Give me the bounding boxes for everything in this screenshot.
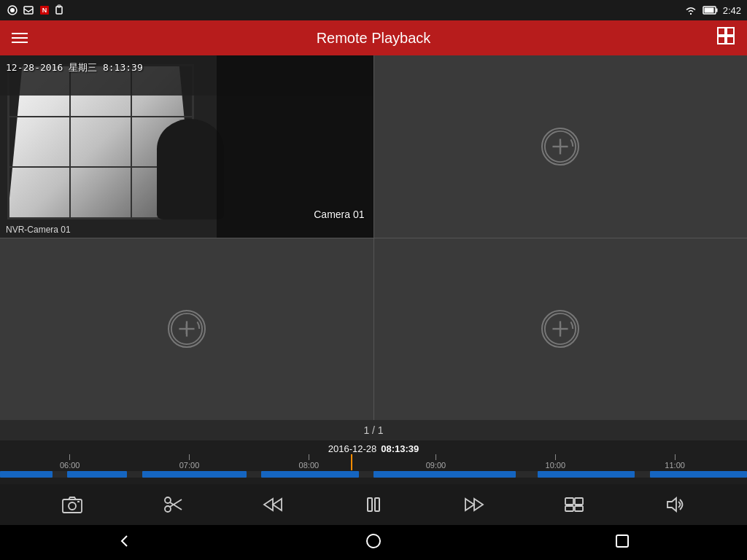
add-icon-3 (169, 311, 204, 347)
svg-point-26 (165, 506, 171, 512)
svg-marker-30 (264, 499, 273, 510)
svg-rect-9 (704, 8, 713, 13)
camera-icon (62, 496, 82, 513)
hamburger-line-1 (12, 33, 28, 34)
timeline-playhead (351, 454, 352, 470)
svg-rect-36 (565, 498, 573, 505)
svg-rect-11 (727, 28, 734, 35)
segment-4 (261, 471, 358, 478)
pagination-bar: 1 / 1 (0, 420, 747, 440)
scissors-icon (163, 496, 183, 513)
camera-timestamp: 12-28-2016 星期三 8:13:39 (6, 61, 143, 74)
segment-2 (67, 471, 127, 478)
status-icons-left: N (6, 4, 67, 17)
back-arrow-icon (117, 533, 133, 549)
timeline-date: 2016-12-28 (328, 443, 377, 454)
hamburger-line-3 (12, 42, 28, 43)
screenshot-button[interactable] (56, 490, 88, 519)
top-bar: Remote Playback (0, 20, 747, 55)
tick-0700: 07:00 (179, 454, 200, 470)
svg-rect-25 (77, 501, 80, 502)
add-channel-2[interactable] (541, 128, 579, 166)
svg-point-27 (165, 497, 171, 503)
svg-point-14 (545, 131, 576, 162)
rewind-icon (263, 496, 283, 513)
add-icon-4 (543, 311, 578, 347)
status-bar: N 2:42 (0, 0, 747, 20)
notif-icon-3: N (38, 4, 51, 17)
svg-point-1 (10, 8, 15, 12)
svg-marker-31 (273, 499, 282, 510)
video-cell-1[interactable]: 12-28-2016 星期三 8:13:39 Camera 01 NVR-Cam… (0, 55, 374, 238)
timeline-time: 08:13:39 (381, 443, 419, 454)
camera-label: Camera 01 (314, 209, 364, 220)
grid-layout-button[interactable] (716, 26, 735, 50)
svg-rect-33 (375, 498, 379, 511)
recents-button[interactable] (597, 527, 648, 559)
nav-bar (0, 525, 747, 560)
segment-1 (0, 471, 53, 478)
segment-3 (142, 471, 247, 478)
fastforward-button[interactable] (458, 490, 490, 519)
svg-rect-13 (727, 36, 734, 44)
tick-0600: 06:00 (60, 454, 80, 470)
timeline-ruler[interactable]: 06:00 07:00 08:00 09:00 10:00 11:00 (0, 454, 747, 470)
tick-1000: 10:00 (546, 454, 566, 470)
tick-0800: 08:00 (299, 454, 320, 470)
rewind-button[interactable] (257, 490, 289, 519)
add-channel-4[interactable] (541, 310, 579, 348)
segment-7 (650, 471, 747, 478)
add-channel-3[interactable] (168, 310, 206, 348)
back-button[interactable] (99, 527, 150, 559)
clock-time: 2:42 (723, 5, 741, 16)
clip-button[interactable] (157, 490, 189, 519)
volume-button[interactable] (659, 490, 691, 519)
figure-silhouette (157, 119, 224, 219)
playpause-button[interactable] (357, 490, 390, 519)
svg-rect-37 (575, 498, 583, 505)
notif-icon-2 (22, 4, 35, 17)
volume-icon (665, 496, 685, 513)
svg-point-41 (367, 534, 380, 548)
home-button[interactable] (348, 527, 399, 559)
thumbnail-icon (564, 496, 584, 513)
thumbnail-button[interactable] (558, 490, 590, 519)
svg-text:N: N (42, 7, 47, 14)
notif-icon-4 (54, 4, 67, 17)
wifi-signal-icon (684, 4, 698, 16)
fastforward-icon (464, 496, 484, 513)
camera-name-tag: NVR-Camera 01 (6, 225, 71, 235)
segment-6 (538, 471, 635, 478)
svg-rect-12 (718, 36, 725, 44)
battery-icon (703, 6, 719, 15)
page-title: Remote Playback (317, 30, 431, 47)
svg-rect-39 (575, 506, 583, 511)
hamburger-line-2 (12, 37, 28, 39)
svg-marker-40 (667, 498, 676, 511)
video-cell-2[interactable] (374, 55, 748, 238)
timeline-segments (0, 471, 747, 478)
tick-1100: 11:00 (665, 454, 685, 470)
segment-5 (374, 471, 516, 478)
pause-icon (363, 496, 384, 513)
timeline-header: 2016-12-28 08:13:39 (0, 440, 747, 454)
bottom-toolbar (0, 484, 747, 525)
svg-rect-32 (368, 498, 372, 511)
recents-square-icon (614, 533, 630, 549)
grid-icon (716, 26, 735, 45)
svg-point-20 (545, 314, 576, 344)
video-cell-4[interactable] (374, 238, 748, 421)
svg-point-17 (171, 314, 202, 344)
video-cell-3[interactable] (0, 238, 374, 421)
svg-point-24 (69, 502, 76, 510)
timeline-area[interactable]: 2016-12-28 08:13:39 06:00 07:00 08:00 09… (0, 440, 747, 484)
svg-marker-35 (474, 499, 483, 510)
svg-marker-34 (465, 499, 474, 510)
menu-button[interactable] (12, 33, 28, 43)
status-icons-right: 2:42 (684, 4, 741, 16)
home-circle-icon (365, 533, 382, 549)
pagination-text: 1 / 1 (363, 424, 383, 436)
video-grid: 12-28-2016 星期三 8:13:39 Camera 01 NVR-Cam… (0, 55, 747, 420)
notif-icon-1 (6, 4, 19, 17)
tick-0900: 09:00 (426, 454, 446, 470)
